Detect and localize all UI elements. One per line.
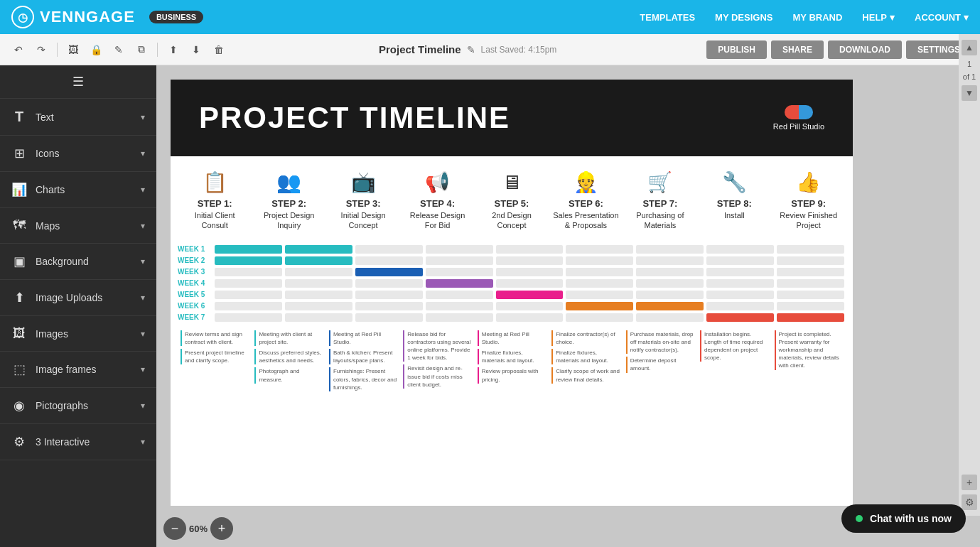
- week-cell-4-8: [706, 279, 774, 288]
- image-tool[interactable]: 🖼: [63, 40, 83, 60]
- week-row-7: WEEK 7: [178, 313, 846, 322]
- sidebar-item-charts[interactable]: 📊 Charts ▾: [0, 172, 156, 208]
- sidebar-item-images[interactable]: 🖼 Images ▾: [0, 316, 156, 352]
- arrange-down[interactable]: ⬇: [186, 40, 206, 60]
- step-5: 🖥 STEP 5: 2nd Design Concept: [475, 170, 549, 231]
- edit-tool[interactable]: ✎: [109, 40, 129, 60]
- week-cell-7-3: [355, 313, 423, 322]
- sidebar-item-background[interactable]: ▣ Background ▾: [0, 244, 156, 280]
- weeks-grid: WEEK 1WEEK 2WEEK 3WEEK 4WEEK 5WEEK 6WEEK…: [171, 238, 853, 322]
- week-cell-4-7: [636, 279, 704, 288]
- week-cell-1-5: [496, 245, 564, 254]
- document-title[interactable]: Project Timeline: [379, 43, 461, 55]
- canvas-area[interactable]: ▲ 1 of 1 ▼ + ⚙ PROJECT TIMELINE Red Pill…: [156, 65, 980, 547]
- week-cell-6-8: [706, 302, 774, 310]
- note-col-9: Project is completed. Present warranty f…: [772, 330, 846, 394]
- sidebar-label-image-frames: Image frames: [36, 364, 97, 375]
- week-cell-3-3: [355, 268, 423, 276]
- week-row-5: WEEK 5: [178, 291, 846, 299]
- week-cell-6-7: [636, 302, 704, 310]
- logo-label: Red Pill Studio: [773, 122, 824, 131]
- step-3-number: STEP 3:: [346, 198, 381, 209]
- step-2-number: STEP 2:: [271, 198, 306, 209]
- note-bullet-1-2: Present project timeline and clarify sco…: [181, 349, 249, 364]
- zoom-minus-button[interactable]: −: [163, 517, 186, 540]
- week-label-2: WEEK 2: [178, 256, 213, 264]
- week-cell-3-8: [706, 268, 774, 276]
- week-cell-5-3: [355, 291, 423, 299]
- nav-links: TEMPLATES MY DESIGNS MY BRAND HELP ▾ ACC…: [640, 12, 969, 23]
- title-area: Project Timeline ✎ Last Saved: 4:15pm: [379, 43, 556, 55]
- step-6: 👷 STEP 6: Sales Presentation & Proposals: [549, 170, 623, 231]
- sidebar-item-text[interactable]: T Text ▾: [0, 99, 156, 136]
- step-9: 👍 STEP 9: Review Finished Project: [772, 170, 846, 231]
- week-cell-6-3: [355, 302, 423, 310]
- step-4-number: STEP 4:: [420, 198, 455, 209]
- logo-icon: ◷: [11, 6, 34, 28]
- step-8-title: Install: [724, 210, 745, 220]
- sidebar-item-image-uploads[interactable]: ⬆ Image Uploads ▾: [0, 280, 156, 316]
- redo-button[interactable]: ↷: [31, 40, 51, 60]
- infographic-title: PROJECT TIMELINE: [199, 101, 510, 135]
- week-cell-7-9: [777, 313, 844, 322]
- nav-account[interactable]: ACCOUNT ▾: [915, 12, 969, 23]
- download-button[interactable]: DOWNLOAD: [828, 40, 902, 59]
- nav-templates[interactable]: TEMPLATES: [640, 12, 695, 23]
- week-cell-7-8: [706, 313, 774, 322]
- week-cells-5: [213, 291, 846, 299]
- chevron-icon-3: ▾: [141, 185, 145, 195]
- scroll-down-button[interactable]: ▼: [962, 85, 977, 101]
- step-1-title: Initial Client Consult: [181, 210, 249, 231]
- week-row-4: WEEK 4: [178, 279, 846, 288]
- note-bullet-5-2: Finalize fixtures, materials and layout.: [478, 349, 546, 364]
- arrange-up[interactable]: ⬆: [163, 40, 183, 60]
- step-8: 🔧 STEP 8: Install: [697, 170, 771, 231]
- share-button[interactable]: SHARE: [771, 40, 824, 59]
- note-col-3: Meeting at Red Pill Studio.Bath & kitche…: [326, 330, 400, 394]
- chevron-icon-4: ▾: [141, 221, 145, 231]
- copy-tool[interactable]: ⧉: [131, 40, 151, 60]
- week-cell-3-5: [496, 268, 564, 276]
- lock-tool[interactable]: 🔒: [86, 40, 106, 60]
- edit-title-icon[interactable]: ✎: [467, 44, 475, 55]
- nav-help[interactable]: HELP ▾: [862, 12, 895, 23]
- charts-icon: 📊: [11, 182, 27, 197]
- week-cell-5-1: [215, 291, 282, 299]
- sidebar-label-interactive: 3 Interactive: [36, 436, 90, 448]
- step-7-icon: 🛒: [647, 170, 672, 194]
- sidebar-item-pictographs[interactable]: ◉ Pictographs ▾: [0, 388, 156, 424]
- sidebar-item-maps[interactable]: 🗺 Maps ▾: [0, 208, 156, 244]
- week-cell-5-2: [285, 291, 352, 299]
- week-cells-6: [213, 302, 846, 310]
- nav-my-brand[interactable]: MY BRAND: [793, 12, 843, 23]
- week-cell-2-1: [215, 256, 282, 265]
- sidebar-item-interactive[interactable]: ⚙ 3 Interactive ▾: [0, 424, 156, 460]
- note-col-5: Meeting at Red Pill Studio.Finalize fixt…: [475, 330, 549, 394]
- chat-widget[interactable]: Chat with us now: [841, 504, 966, 533]
- sidebar-menu-button[interactable]: ☰: [0, 65, 156, 99]
- delete-tool[interactable]: 🗑: [209, 40, 229, 60]
- undo-button[interactable]: ↶: [9, 40, 28, 60]
- zoom-plus-button-bottom[interactable]: +: [210, 517, 233, 540]
- week-cell-2-2: [285, 256, 352, 265]
- week-cell-1-9: [777, 245, 844, 254]
- publish-button[interactable]: PUBLISH: [706, 40, 767, 59]
- week-cell-6-5: [496, 302, 564, 310]
- action-buttons: PUBLISH SHARE DOWNLOAD SETTINGS: [706, 40, 971, 59]
- week-row-3: WEEK 3: [178, 268, 846, 276]
- week-label-3: WEEK 3: [178, 268, 213, 276]
- week-cells-2: [213, 256, 846, 265]
- nav-my-designs[interactable]: MY DESIGNS: [715, 12, 772, 23]
- business-badge: BUSINESS: [149, 11, 203, 23]
- step-6-icon: 👷: [574, 170, 598, 194]
- chevron-icon-8: ▾: [141, 364, 145, 374]
- step-4-icon: 📢: [425, 170, 450, 194]
- sidebar-item-icons[interactable]: ⊞ Icons ▾: [0, 136, 156, 172]
- toolbar: ↶ ↷ 🖼 🔒 ✎ ⧉ ⬆ ⬇ 🗑 Project Timeline ✎ Las…: [0, 34, 980, 65]
- week-row-2: WEEK 2: [178, 256, 846, 265]
- zoom-plus-button[interactable]: +: [962, 475, 977, 490]
- sidebar-item-image-frames[interactable]: ⬚ Image frames ▾: [0, 352, 156, 388]
- chevron-icon-9: ▾: [141, 401, 145, 411]
- week-row-6: WEEK 6: [178, 302, 846, 310]
- gear-settings-button[interactable]: ⚙: [962, 494, 977, 510]
